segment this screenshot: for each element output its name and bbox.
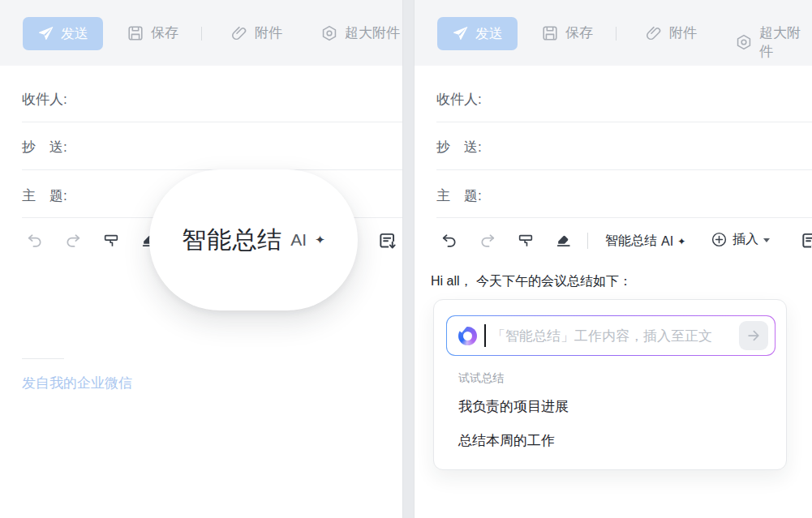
redo-button[interactable] [478, 231, 497, 250]
format-painter-button[interactable] [516, 231, 535, 250]
field-divider [436, 169, 812, 170]
template-button[interactable] [377, 230, 398, 251]
floppy-disk-icon [127, 24, 144, 42]
sparkle-icon: ✦ [677, 236, 685, 247]
cc-label: 抄 送: [22, 138, 67, 156]
compose-windows: 发送 保存 附件 超大附件 收件人: [0, 0, 812, 518]
top-toolbar: 发送 保存 附件 超大附件 [0, 0, 402, 66]
hexagon-drive-icon [320, 24, 338, 42]
insert-button[interactable]: 插入 [711, 231, 770, 248]
field-divider [436, 217, 812, 218]
text-cursor [484, 324, 486, 347]
format-painter-icon [517, 232, 535, 250]
format-toolbar-divider [587, 233, 588, 249]
paperclip-icon [230, 24, 248, 42]
ai-suggestion-item[interactable]: 总结本周的工作 [458, 431, 555, 450]
ai-badge: AI [661, 234, 673, 249]
signature-text[interactable]: 发自我的企业微信 [22, 374, 132, 392]
compose-window-right: 发送 保存 附件 超大附件 收件人: [414, 0, 812, 518]
sparkle-icon: ✦ [315, 233, 325, 247]
chevron-down-icon [763, 238, 770, 242]
email-body-text[interactable]: Hi all， 今天下午的会议总结如下： [431, 273, 632, 290]
field-divider [22, 122, 402, 122]
template-button[interactable] [800, 230, 812, 251]
ai-badge: AI [290, 230, 307, 250]
smart-summary-callout-label: 智能总结 [182, 224, 282, 257]
attachment-label: 附件 [255, 24, 282, 42]
large-attachment-button[interactable]: 超大附件 [320, 24, 400, 42]
field-divider [436, 122, 812, 122]
eraser-icon [555, 232, 573, 250]
subject-label: 主 题: [22, 186, 67, 205]
recipient-label: 收件人: [436, 90, 482, 109]
cc-label: 抄 送: [436, 138, 482, 156]
toolbar-divider [616, 27, 617, 41]
send-label: 发送 [475, 24, 503, 43]
floppy-disk-icon [541, 24, 559, 42]
undo-icon [440, 232, 458, 250]
send-button[interactable]: 发送 [437, 17, 518, 50]
redo-icon [479, 232, 496, 250]
attachment-button[interactable]: 附件 [230, 24, 282, 42]
signature-divider [22, 358, 64, 359]
undo-icon [26, 232, 44, 250]
attachment-button[interactable]: 附件 [645, 24, 697, 42]
redo-icon [64, 232, 82, 250]
paperclip-icon [645, 24, 663, 42]
insert-label: 插入 [733, 231, 758, 248]
clear-format-button[interactable] [554, 231, 574, 250]
save-button[interactable]: 保存 [127, 24, 178, 42]
plus-circle-icon [711, 231, 728, 248]
compose-window-left: 发送 保存 附件 超大附件 收件人: [0, 0, 403, 518]
large-attachment-label: 超大附件 [345, 24, 400, 42]
smart-summary-button[interactable]: 智能总结 AI ✦ [605, 233, 685, 250]
ai-assistant-popup: 「智能总结」工作内容，插入至正文 试试总结 我负责的项目进展 总结本周的工作 [433, 299, 787, 470]
ai-logo-icon [458, 327, 477, 345]
send-label: 发送 [61, 24, 88, 43]
paper-plane-icon [452, 25, 469, 42]
redo-button[interactable] [63, 231, 83, 250]
attachment-label: 附件 [669, 24, 697, 42]
smart-summary-callout[interactable]: 智能总结 AI ✦ [149, 169, 358, 310]
ai-submit-button[interactable] [739, 321, 768, 350]
save-label: 保存 [565, 24, 593, 42]
large-attachment-label: 超大附件 [759, 24, 812, 61]
arrow-right-icon [745, 327, 762, 344]
document-arrow-down-icon [377, 230, 398, 251]
document-arrow-down-icon [800, 230, 812, 251]
hexagon-drive-icon [735, 33, 753, 51]
large-attachment-button[interactable]: 超大附件 [735, 24, 812, 61]
save-button[interactable]: 保存 [541, 24, 593, 42]
undo-button[interactable] [25, 231, 45, 250]
send-button[interactable]: 发送 [23, 17, 103, 50]
toolbar-divider [201, 27, 202, 41]
format-painter-button[interactable] [101, 231, 121, 250]
ai-prompt-input[interactable]: 「智能总结」工作内容，插入至正文 [446, 315, 775, 356]
top-toolbar: 发送 保存 附件 超大附件 [415, 0, 812, 66]
ai-suggestion-item[interactable]: 我负责的项目进展 [458, 397, 569, 416]
save-label: 保存 [151, 24, 178, 42]
undo-button[interactable] [440, 231, 459, 250]
ai-input-placeholder: 「智能总结」工作内容，插入至正文 [492, 327, 712, 345]
paper-plane-icon [37, 25, 54, 42]
subject-label: 主 题: [436, 186, 482, 205]
format-painter-icon [102, 232, 120, 250]
recipient-label: 收件人: [22, 90, 67, 109]
smart-summary-label: 智能总结 [605, 233, 657, 250]
ai-suggestions-heading: 试试总结 [458, 371, 504, 386]
